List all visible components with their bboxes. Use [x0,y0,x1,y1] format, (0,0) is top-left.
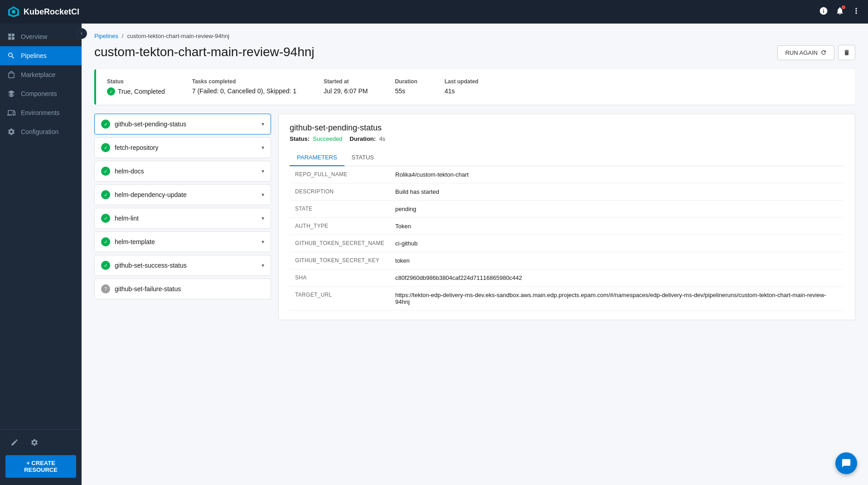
step-icon-success: ✓ [101,190,110,199]
table-row: SHAc80f2960db986b3804caf224d71116865980c… [290,269,844,287]
step-fetch-repository[interactable]: ✓ fetch-repository ▾ [94,137,271,158]
delete-icon [843,49,850,56]
param-key: REPO_FULL_NAME [290,166,390,183]
step-icon-success: ✓ [101,214,110,223]
tab-status[interactable]: STATUS [344,149,381,166]
param-key: STATE [290,201,390,218]
svg-point-2 [12,10,15,14]
step-icon-success: ✓ [101,143,110,152]
detail-status-label: Status: [290,135,310,142]
step-icon-success: ✓ [101,120,110,129]
sidebar-label-overview: Overview [21,33,47,40]
step-header-github-set-pending-status[interactable]: ✓ github-set-pending-status ▾ [95,114,271,134]
status-label: Status [107,78,165,85]
top-navigation: KubeRocketCI [0,0,868,24]
sidebar-collapse-button[interactable] [76,28,87,39]
step-name: github-set-failure-status [115,285,264,293]
overview-icon [7,33,15,41]
param-key: GITHUB_TOKEN_SECRET_NAME [290,235,390,252]
breadcrumb-parent-link[interactable]: Pipelines [94,33,118,39]
main-content: Pipelines / custom-tekton-chart-main-rev… [82,24,868,485]
step-icon-unknown: ? [101,284,110,293]
top-nav-actions [819,6,861,17]
table-row: GITHUB_TOKEN_SECRET_NAMEci-github [290,235,844,252]
create-resource-button[interactable]: + CREATE RESOURCE [5,455,76,478]
step-icon-success: ✓ [101,261,110,270]
param-value: Rolika4/custom-tekton-chart [390,166,844,183]
detail-duration-value: 4s [379,135,385,142]
step-github-set-failure-status[interactable]: ? github-set-failure-status [94,279,271,299]
sidebar-item-environments[interactable]: Environments [0,103,82,122]
detail-duration-label: Duration: [349,135,376,142]
chevron-down-icon: ▾ [262,144,264,151]
notification-icon[interactable] [835,6,844,17]
pipelines-icon [7,52,15,60]
more-menu-icon[interactable] [852,6,861,17]
param-value: pending [390,201,844,218]
sidebar-label-configuration: Configuration [21,128,58,135]
param-value: Build has started [390,183,844,201]
step-github-set-pending-status[interactable]: ✓ github-set-pending-status ▾ [94,114,271,134]
step-name: helm-docs [115,168,257,175]
success-check-icon: ✓ [107,87,115,96]
app-logo: KubeRocketCI [7,5,819,18]
settings-icon[interactable] [27,435,42,450]
detail-tabs: PARAMETERS STATUS [290,149,844,166]
detail-status-value: Succeeded [313,135,342,142]
step-header-helm-dependency-update[interactable]: ✓ helm-dependency-update ▾ [95,185,271,205]
breadcrumb-current: custom-tekton-chart-main-review-94hnj [127,33,229,39]
param-key: SHA [290,269,390,287]
delete-button[interactable] [838,45,855,60]
table-row: TARGET_URLhttps://tekton-edp-delivery-ms… [290,287,844,311]
step-header-fetch-repository[interactable]: ✓ fetch-repository ▾ [95,138,271,158]
tasks-label: Tasks completed [192,78,296,85]
status-card: Status ✓ True, Completed Tasks completed… [94,69,855,105]
step-header-helm-template[interactable]: ✓ helm-template ▾ [95,232,271,252]
tab-parameters[interactable]: PARAMETERS [290,149,344,166]
chevron-down-icon: ▾ [262,192,264,198]
sidebar-item-overview[interactable]: Overview [0,27,82,46]
sidebar: Overview Pipelines Marketplace Component… [0,24,82,485]
step-helm-dependency-update[interactable]: ✓ helm-dependency-update ▾ [94,184,271,205]
step-helm-docs[interactable]: ✓ helm-docs ▾ [94,161,271,182]
step-header-github-set-success-status[interactable]: ✓ github-set-success-status ▾ [95,255,271,275]
edit-icon[interactable] [7,435,22,450]
header-actions: RUN AGAIN [777,45,855,60]
run-again-label: RUN AGAIN [785,49,818,56]
step-icon-success: ✓ [101,237,110,246]
step-helm-template[interactable]: ✓ helm-template ▾ [94,231,271,252]
chat-fab-button[interactable] [835,452,857,474]
pipeline-detail-panel: github-set-pending-status Status: Succee… [278,114,855,320]
sidebar-item-configuration[interactable]: Configuration [0,122,82,141]
step-header-helm-lint[interactable]: ✓ helm-lint ▾ [95,208,271,228]
status-value: True, Completed [118,88,165,95]
app-title: KubeRocketCI [24,7,79,17]
chat-icon [841,458,851,468]
sidebar-item-marketplace[interactable]: Marketplace [0,65,82,84]
chevron-down-icon: ▾ [262,121,264,127]
chevron-down-icon: ▾ [262,262,264,269]
table-row: DESCRIPTIONBuild has started [290,183,844,201]
sidebar-item-components[interactable]: Components [0,84,82,103]
step-github-set-success-status[interactable]: ✓ github-set-success-status ▾ [94,255,271,276]
param-value: ci-github [390,235,844,252]
step-name: helm-template [115,238,257,245]
param-value: token [390,252,844,269]
step-name: fetch-repository [115,144,257,151]
step-helm-lint[interactable]: ✓ helm-lint ▾ [94,208,271,229]
marketplace-icon [7,71,15,79]
run-again-button[interactable]: RUN AGAIN [777,45,834,60]
step-icon-success: ✓ [101,167,110,176]
param-key: DESCRIPTION [290,183,390,201]
step-header-helm-docs[interactable]: ✓ helm-docs ▾ [95,161,271,181]
table-row: AUTH_TYPEToken [290,218,844,235]
param-value: c80f2960db986b3804caf224d71116865980c442 [390,269,844,287]
sidebar-item-pipelines[interactable]: Pipelines [0,46,82,65]
sidebar-label-components: Components [21,90,57,97]
info-icon[interactable] [819,6,828,17]
step-header-github-set-failure-status[interactable]: ? github-set-failure-status [95,279,271,299]
duration-value: 55s [395,87,405,95]
logo-icon [7,5,20,18]
param-value: https://tekton-edp-delivery-ms-dev.eks-s… [390,287,844,311]
started-value: Jul 29, 6:07 PM [324,87,368,95]
